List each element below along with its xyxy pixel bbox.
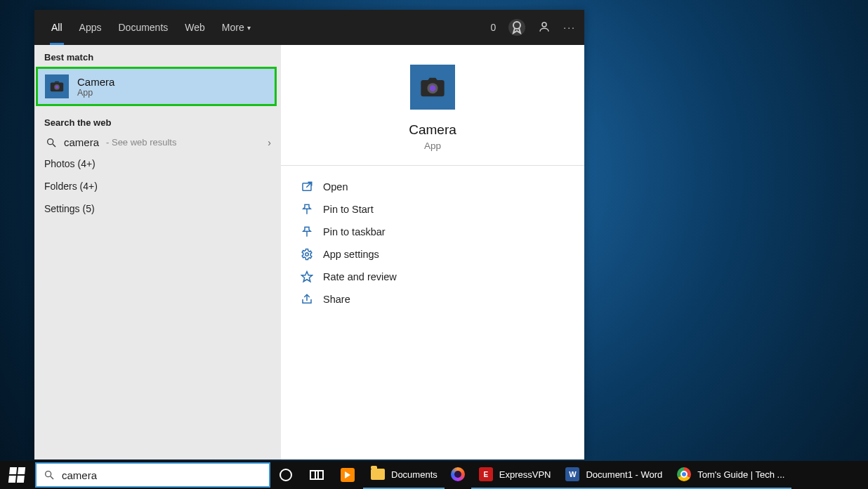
result-preview-pane: Camera App Open Pin to Start Pin — [281, 45, 584, 459]
tab-documents[interactable]: Documents — [110, 10, 176, 45]
svg-line-16 — [51, 476, 53, 479]
preview-title: Camera — [409, 122, 456, 138]
pin-icon — [301, 203, 313, 216]
firefox-icon — [451, 467, 465, 481]
windows-logo-icon — [8, 467, 25, 483]
cortana-icon — [280, 469, 292, 481]
web-hint-text: - See web results — [106, 137, 176, 148]
tab-web-label: Web — [185, 22, 205, 33]
svg-point-1 — [542, 22, 546, 27]
pin-icon — [301, 226, 313, 238]
taskbar: Documents E ExpressVPN W Document1 - Wor… — [0, 461, 868, 489]
rewards-points[interactable]: 0 — [491, 22, 497, 33]
category-folders[interactable]: Folders (4+) — [34, 175, 281, 197]
word-icon: W — [565, 467, 579, 481]
expressvpn-icon: E — [479, 467, 493, 481]
best-match-title: Camera — [77, 76, 114, 88]
start-button[interactable] — [0, 461, 34, 489]
task-view-icon — [310, 470, 324, 480]
camera-app-icon-large — [410, 65, 455, 110]
search-filter-tabs: All Apps Documents Web More▾ 0 ··· — [34, 10, 584, 45]
action-rate-label: Rate and review — [323, 271, 397, 282]
action-open-label: Open — [323, 181, 348, 193]
search-web-item[interactable]: camera - See web results › — [34, 132, 281, 152]
category-photos[interactable]: Photos (4+) — [34, 152, 281, 175]
feedback-icon[interactable] — [538, 20, 551, 35]
taskbar-app-firefox[interactable] — [445, 461, 471, 489]
more-options-icon[interactable]: ··· — [563, 22, 576, 33]
web-query-text: camera — [64, 136, 99, 148]
media-player-icon — [341, 468, 355, 482]
svg-point-13 — [305, 253, 309, 256]
taskbar-app-media-player[interactable] — [332, 461, 363, 489]
best-match-subtitle: App — [77, 88, 114, 98]
svg-point-5 — [48, 138, 53, 144]
action-pin-taskbar-label: Pin to taskbar — [323, 226, 386, 237]
search-icon — [46, 137, 57, 148]
taskbar-word-label: Document1 - Word — [586, 469, 662, 480]
gear-icon — [301, 248, 313, 261]
camera-app-icon — [45, 74, 69, 98]
svg-point-0 — [513, 22, 520, 29]
search-icon — [44, 469, 55, 481]
search-web-header: Search the web — [34, 110, 281, 132]
tab-all-label: All — [51, 22, 63, 33]
svg-point-4 — [55, 86, 58, 89]
preview-subtitle: App — [424, 141, 441, 151]
taskbar-documents-label: Documents — [391, 469, 438, 480]
tab-more[interactable]: More▾ — [213, 10, 259, 45]
action-pin-start[interactable]: Pin to Start — [298, 198, 567, 221]
action-app-settings-label: App settings — [323, 249, 379, 260]
best-match-header: Best match — [34, 45, 281, 67]
action-share-label: Share — [323, 294, 350, 305]
start-search-panel: All Apps Documents Web More▾ 0 ··· Best … — [34, 10, 584, 459]
svg-point-15 — [46, 471, 51, 477]
svg-point-9 — [430, 85, 436, 91]
taskbar-app-chrome[interactable]: Tom's Guide | Tech ... — [669, 461, 791, 489]
taskbar-chrome-label: Tom's Guide | Tech ... — [697, 469, 784, 480]
action-share[interactable]: Share — [298, 288, 567, 311]
taskbar-app-expressvpn[interactable]: E ExpressVPN — [471, 461, 558, 489]
tab-web[interactable]: Web — [176, 10, 213, 45]
open-icon — [301, 181, 313, 193]
action-pin-start-label: Pin to Start — [323, 204, 374, 215]
rewards-medal-icon[interactable] — [508, 19, 525, 36]
action-rate-review[interactable]: Rate and review — [298, 266, 567, 288]
taskbar-search-box[interactable] — [35, 462, 270, 488]
taskbar-app-word[interactable]: W Document1 - Word — [558, 461, 669, 489]
taskbar-expressvpn-label: ExpressVPN — [499, 469, 551, 480]
tab-more-label: More — [222, 22, 244, 33]
share-icon — [301, 293, 313, 306]
action-app-settings[interactable]: App settings — [298, 243, 567, 266]
folder-icon — [371, 469, 385, 480]
svg-marker-14 — [302, 272, 313, 282]
desktop: All Apps Documents Web More▾ 0 ··· Best … — [0, 0, 868, 489]
chevron-right-icon: › — [268, 137, 271, 148]
best-match-item[interactable]: Camera App — [36, 67, 277, 106]
chevron-down-icon: ▾ — [247, 24, 251, 32]
tab-apps-label: Apps — [79, 22, 102, 33]
action-open[interactable]: Open — [298, 176, 567, 198]
category-settings[interactable]: Settings (5) — [34, 197, 281, 220]
tab-apps[interactable]: Apps — [71, 10, 110, 45]
search-results-list: Best match Camera App Search the web cam… — [34, 45, 281, 459]
star-icon — [301, 270, 313, 283]
cortana-button[interactable] — [270, 461, 301, 489]
svg-line-6 — [53, 144, 55, 147]
task-view-button[interactable] — [301, 461, 332, 489]
taskbar-app-documents[interactable]: Documents — [363, 461, 445, 489]
tab-all[interactable]: All — [43, 10, 71, 45]
chrome-icon — [677, 467, 691, 481]
tab-documents-label: Documents — [118, 22, 168, 33]
taskbar-search-input[interactable] — [62, 469, 262, 481]
action-pin-taskbar[interactable]: Pin to taskbar — [298, 221, 567, 243]
